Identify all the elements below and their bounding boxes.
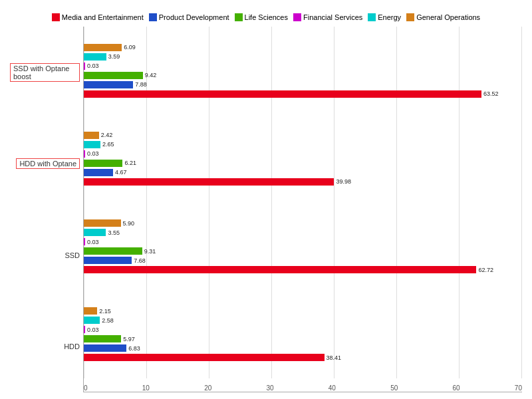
bar-row: 2.15 <box>84 307 522 315</box>
bar-row: 6.83 <box>84 344 522 352</box>
legend-color <box>293 13 301 21</box>
bar-value-label: 6.09 <box>124 44 136 51</box>
x-axis-label: 70 <box>515 384 522 392</box>
bar-row: 6.09 <box>84 43 522 52</box>
bar <box>84 63 85 70</box>
bar <box>84 229 106 236</box>
bars-container: 6.093.590.039.427.8863.522.422.650.036.2… <box>83 27 522 392</box>
bar <box>84 335 121 342</box>
bar-row: 63.52 <box>84 90 522 98</box>
legend: Media and EntertainmentProduct Developme… <box>10 13 522 21</box>
bar-value-label: 2.42 <box>101 132 113 138</box>
legend-color <box>406 13 414 21</box>
y-label: HDD <box>64 342 80 350</box>
bar-value-label: 5.90 <box>123 220 135 227</box>
y-labels: SSD with Optane boostHDD with OptaneSSDH… <box>10 27 83 392</box>
bar <box>84 266 476 273</box>
bar-value-label: 39.98 <box>336 178 351 185</box>
legend-item: Financial Services <box>293 13 362 21</box>
legend-label: Financial Services <box>303 13 362 21</box>
legend-color <box>149 13 157 21</box>
bar-row: 7.68 <box>84 256 522 265</box>
bar <box>84 257 132 264</box>
x-axis-label: 30 <box>266 384 273 392</box>
bar <box>84 132 99 139</box>
bar-row: 9.31 <box>84 247 522 255</box>
legend-item: Life Sciences <box>235 13 288 21</box>
y-label-group: SSD <box>10 219 80 292</box>
bar-row: 0.03 <box>84 237 522 246</box>
bar <box>84 219 121 227</box>
legend-color <box>368 13 376 21</box>
bar-row: 5.97 <box>84 334 522 343</box>
bar-row: 0.03 <box>84 150 522 158</box>
bar-row: 3.59 <box>84 53 522 61</box>
bar <box>84 247 142 255</box>
y-label: SSD <box>65 251 80 259</box>
bar <box>84 326 85 333</box>
legend-item: Energy <box>368 13 401 21</box>
bar-value-label: 6.21 <box>124 160 136 166</box>
chart-area: SSD with Optane boostHDD with OptaneSSDH… <box>10 27 522 392</box>
x-axis-labels: 010203040506070 <box>84 378 522 392</box>
bar-group: 2.152.580.035.976.8338.41 <box>84 307 522 362</box>
bar-row: 6.21 <box>84 159 522 168</box>
bar-row: 2.42 <box>84 131 522 140</box>
x-axis-label: 50 <box>390 384 398 392</box>
legend-label: Product Development <box>159 13 229 21</box>
bar-value-label: 38.41 <box>327 354 342 361</box>
bar-value-label: 9.31 <box>144 248 156 255</box>
bar-value-label: 9.42 <box>145 72 157 78</box>
bar-row: 38.41 <box>84 353 522 362</box>
bar-row: 0.03 <box>84 62 522 70</box>
bar-value-label: 2.58 <box>102 317 114 324</box>
bar-group: 6.093.590.039.427.8863.52 <box>84 43 522 98</box>
y-label-boxed: SSD with Optane boost <box>10 63 80 82</box>
bar <box>84 160 122 167</box>
bar <box>84 141 100 148</box>
bar <box>84 150 85 158</box>
bar-value-label: 2.65 <box>102 141 114 148</box>
bar-row: 4.67 <box>84 168 522 177</box>
x-axis-label: 60 <box>453 384 460 392</box>
bar-row: 3.55 <box>84 228 522 237</box>
y-label-boxed: HDD with Optane <box>16 158 80 169</box>
bar-value-label: 63.52 <box>483 90 499 97</box>
legend-label: Media and Entertainment <box>62 13 144 21</box>
bar <box>84 307 97 315</box>
bar <box>84 90 481 98</box>
bar-row: 2.58 <box>84 316 522 325</box>
legend-color <box>52 13 60 21</box>
legend-label: General Operations <box>416 13 480 21</box>
bar-value-label: 7.68 <box>134 257 146 264</box>
x-axis-label: 40 <box>329 384 336 392</box>
legend-item: General Operations <box>406 13 480 21</box>
main-container: Media and EntertainmentProduct Developme… <box>0 0 532 399</box>
bar-row: 62.72 <box>84 265 522 274</box>
bar-row: 39.98 <box>84 178 522 186</box>
bar-groups: 6.093.590.039.427.8863.522.422.650.036.2… <box>84 27 522 378</box>
bar-value-label: 4.67 <box>115 169 127 176</box>
bar <box>84 81 133 88</box>
bar-value-label: 0.03 <box>87 150 99 157</box>
bar-value-label: 0.03 <box>87 239 99 245</box>
bar-value-label: 5.97 <box>123 336 135 342</box>
y-label-group: SSD with Optane boost <box>10 36 80 109</box>
bar <box>84 354 325 361</box>
bar <box>84 53 106 61</box>
bar <box>84 238 85 245</box>
bar-value-label: 62.72 <box>478 267 493 273</box>
bar-value-label: 6.83 <box>128 345 140 352</box>
legend-color <box>235 13 243 21</box>
bar-value-label: 2.15 <box>99 308 111 315</box>
y-label-group: HDD with Optane <box>10 127 80 200</box>
bar-group: 2.422.650.036.214.6739.98 <box>84 131 522 186</box>
x-axis-label: 0 <box>84 384 88 392</box>
legend-label: Life Sciences <box>245 13 288 21</box>
bar-value-label: 3.55 <box>108 229 120 236</box>
legend-label: Energy <box>378 13 401 21</box>
x-axis-label: 10 <box>142 384 150 392</box>
bar-row: 7.88 <box>84 80 522 89</box>
legend-item: Product Development <box>149 13 229 21</box>
bar-row: 9.42 <box>84 71 522 80</box>
